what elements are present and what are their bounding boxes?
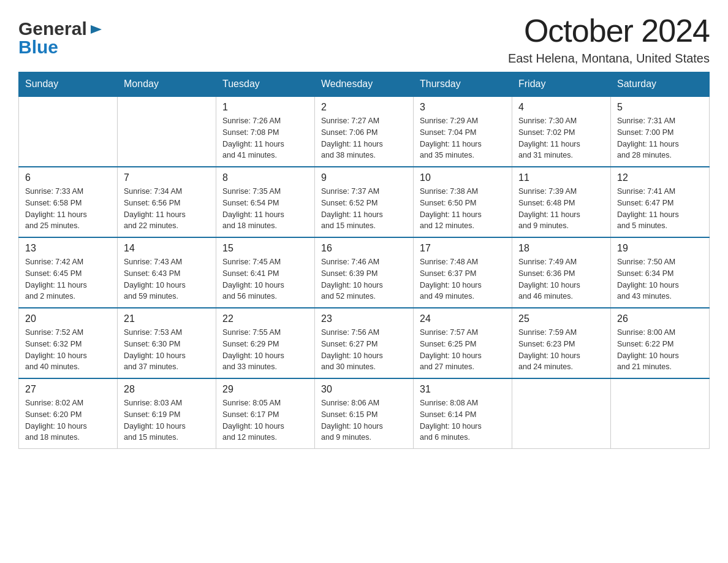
calendar-cell: 27Sunrise: 8:02 AM Sunset: 6:20 PM Dayli… [19, 378, 118, 449]
calendar-week-5: 27Sunrise: 8:02 AM Sunset: 6:20 PM Dayli… [19, 378, 710, 449]
day-info: Sunrise: 7:30 AM Sunset: 7:02 PM Dayligh… [518, 115, 604, 161]
calendar-cell: 12Sunrise: 7:41 AM Sunset: 6:47 PM Dayli… [611, 167, 710, 237]
calendar-cell [512, 378, 611, 449]
day-number: 8 [222, 172, 308, 183]
day-info: Sunrise: 8:00 AM Sunset: 6:22 PM Dayligh… [617, 327, 703, 373]
calendar-week-2: 6Sunrise: 7:33 AM Sunset: 6:58 PM Daylig… [19, 167, 710, 237]
day-info: Sunrise: 8:05 AM Sunset: 6:17 PM Dayligh… [222, 397, 308, 443]
day-info: Sunrise: 7:49 AM Sunset: 6:36 PM Dayligh… [518, 256, 604, 302]
day-info: Sunrise: 7:38 AM Sunset: 6:50 PM Dayligh… [420, 186, 506, 232]
day-number: 9 [321, 172, 407, 183]
day-number: 31 [420, 384, 506, 395]
day-info: Sunrise: 7:59 AM Sunset: 6:23 PM Dayligh… [518, 327, 604, 373]
svg-marker-0 [91, 25, 102, 34]
calendar-cell [118, 96, 216, 167]
calendar-cell [19, 96, 118, 167]
calendar-cell: 15Sunrise: 7:45 AM Sunset: 6:41 PM Dayli… [216, 237, 315, 308]
day-info: Sunrise: 7:29 AM Sunset: 7:04 PM Dayligh… [420, 115, 506, 161]
calendar-cell: 14Sunrise: 7:43 AM Sunset: 6:43 PM Dayli… [118, 237, 216, 308]
calendar-cell [611, 378, 710, 449]
calendar-cell: 19Sunrise: 7:50 AM Sunset: 6:34 PM Dayli… [611, 237, 710, 308]
day-info: Sunrise: 7:45 AM Sunset: 6:41 PM Dayligh… [222, 256, 308, 302]
day-number: 5 [617, 102, 703, 113]
day-info: Sunrise: 7:48 AM Sunset: 6:37 PM Dayligh… [420, 256, 506, 302]
calendar-week-3: 13Sunrise: 7:42 AM Sunset: 6:45 PM Dayli… [19, 237, 710, 308]
calendar-cell: 9Sunrise: 7:37 AM Sunset: 6:52 PM Daylig… [315, 167, 414, 237]
day-number: 17 [420, 243, 506, 254]
day-info: Sunrise: 7:39 AM Sunset: 6:48 PM Dayligh… [518, 186, 604, 232]
column-header-thursday: Thursday [414, 72, 512, 97]
calendar-cell: 23Sunrise: 7:56 AM Sunset: 6:27 PM Dayli… [315, 308, 414, 378]
day-number: 22 [222, 313, 308, 324]
calendar-cell: 22Sunrise: 7:55 AM Sunset: 6:29 PM Dayli… [216, 308, 315, 378]
calendar-cell: 31Sunrise: 8:08 AM Sunset: 6:14 PM Dayli… [414, 378, 512, 449]
calendar-cell: 30Sunrise: 8:06 AM Sunset: 6:15 PM Dayli… [315, 378, 414, 449]
calendar-cell: 25Sunrise: 7:59 AM Sunset: 6:23 PM Dayli… [512, 308, 611, 378]
day-number: 28 [124, 384, 210, 395]
day-info: Sunrise: 7:57 AM Sunset: 6:25 PM Dayligh… [420, 327, 506, 373]
day-number: 15 [222, 243, 308, 254]
day-info: Sunrise: 7:50 AM Sunset: 6:34 PM Dayligh… [617, 256, 703, 302]
day-number: 10 [420, 172, 506, 183]
column-header-sunday: Sunday [19, 72, 118, 97]
calendar-cell: 20Sunrise: 7:52 AM Sunset: 6:32 PM Dayli… [19, 308, 118, 378]
day-number: 20 [25, 313, 111, 324]
day-info: Sunrise: 7:27 AM Sunset: 7:06 PM Dayligh… [321, 115, 407, 161]
month-title: October 2024 [508, 12, 710, 49]
day-info: Sunrise: 8:02 AM Sunset: 6:20 PM Dayligh… [25, 397, 111, 443]
day-info: Sunrise: 7:33 AM Sunset: 6:58 PM Dayligh… [25, 186, 111, 232]
day-number: 16 [321, 243, 407, 254]
calendar-week-4: 20Sunrise: 7:52 AM Sunset: 6:32 PM Dayli… [19, 308, 710, 378]
title-section: October 2024 East Helena, Montana, Unite… [508, 12, 710, 66]
day-number: 2 [321, 102, 407, 113]
calendar-cell: 18Sunrise: 7:49 AM Sunset: 6:36 PM Dayli… [512, 237, 611, 308]
day-info: Sunrise: 7:56 AM Sunset: 6:27 PM Dayligh… [321, 327, 407, 373]
day-number: 27 [25, 384, 111, 395]
day-info: Sunrise: 7:41 AM Sunset: 6:47 PM Dayligh… [617, 186, 703, 232]
day-number: 13 [25, 243, 111, 254]
day-info: Sunrise: 7:26 AM Sunset: 7:08 PM Dayligh… [222, 115, 308, 161]
calendar-table: SundayMondayTuesdayWednesdayThursdayFrid… [18, 72, 710, 449]
logo: General Blue [18, 18, 103, 58]
calendar-cell: 3Sunrise: 7:29 AM Sunset: 7:04 PM Daylig… [414, 96, 512, 167]
day-info: Sunrise: 8:03 AM Sunset: 6:19 PM Dayligh… [124, 397, 210, 443]
logo-blue: Blue [18, 37, 58, 58]
calendar-header-row: SundayMondayTuesdayWednesdayThursdayFrid… [19, 72, 710, 97]
day-info: Sunrise: 7:42 AM Sunset: 6:45 PM Dayligh… [25, 256, 111, 302]
calendar-cell: 8Sunrise: 7:35 AM Sunset: 6:54 PM Daylig… [216, 167, 315, 237]
calendar-cell: 4Sunrise: 7:30 AM Sunset: 7:02 PM Daylig… [512, 96, 611, 167]
logo-arrow-icon [89, 23, 103, 39]
day-number: 29 [222, 384, 308, 395]
logo-general: General [18, 18, 87, 39]
day-number: 7 [124, 172, 210, 183]
day-number: 14 [124, 243, 210, 254]
calendar-cell: 29Sunrise: 8:05 AM Sunset: 6:17 PM Dayli… [216, 378, 315, 449]
column-header-friday: Friday [512, 72, 611, 97]
day-number: 26 [617, 313, 703, 324]
location: East Helena, Montana, United States [508, 52, 710, 66]
calendar-cell: 21Sunrise: 7:53 AM Sunset: 6:30 PM Dayli… [118, 308, 216, 378]
day-number: 11 [518, 172, 604, 183]
day-number: 4 [518, 102, 604, 113]
calendar-cell: 26Sunrise: 8:00 AM Sunset: 6:22 PM Dayli… [611, 308, 710, 378]
page-header: General Blue October 2024 East Helena, M… [18, 12, 710, 66]
day-number: 12 [617, 172, 703, 183]
day-number: 24 [420, 313, 506, 324]
day-info: Sunrise: 7:35 AM Sunset: 6:54 PM Dayligh… [222, 186, 308, 232]
calendar-cell: 28Sunrise: 8:03 AM Sunset: 6:19 PM Dayli… [118, 378, 216, 449]
calendar-week-1: 1Sunrise: 7:26 AM Sunset: 7:08 PM Daylig… [19, 96, 710, 167]
calendar-cell: 13Sunrise: 7:42 AM Sunset: 6:45 PM Dayli… [19, 237, 118, 308]
calendar-cell: 17Sunrise: 7:48 AM Sunset: 6:37 PM Dayli… [414, 237, 512, 308]
calendar-cell: 5Sunrise: 7:31 AM Sunset: 7:00 PM Daylig… [611, 96, 710, 167]
calendar-cell: 11Sunrise: 7:39 AM Sunset: 6:48 PM Dayli… [512, 167, 611, 237]
day-info: Sunrise: 8:06 AM Sunset: 6:15 PM Dayligh… [321, 397, 407, 443]
day-number: 25 [518, 313, 604, 324]
day-info: Sunrise: 7:34 AM Sunset: 6:56 PM Dayligh… [124, 186, 210, 232]
day-number: 3 [420, 102, 506, 113]
calendar-cell: 2Sunrise: 7:27 AM Sunset: 7:06 PM Daylig… [315, 96, 414, 167]
day-info: Sunrise: 7:37 AM Sunset: 6:52 PM Dayligh… [321, 186, 407, 232]
day-number: 19 [617, 243, 703, 254]
calendar-cell: 6Sunrise: 7:33 AM Sunset: 6:58 PM Daylig… [19, 167, 118, 237]
day-info: Sunrise: 7:31 AM Sunset: 7:00 PM Dayligh… [617, 115, 703, 161]
day-number: 6 [25, 172, 111, 183]
